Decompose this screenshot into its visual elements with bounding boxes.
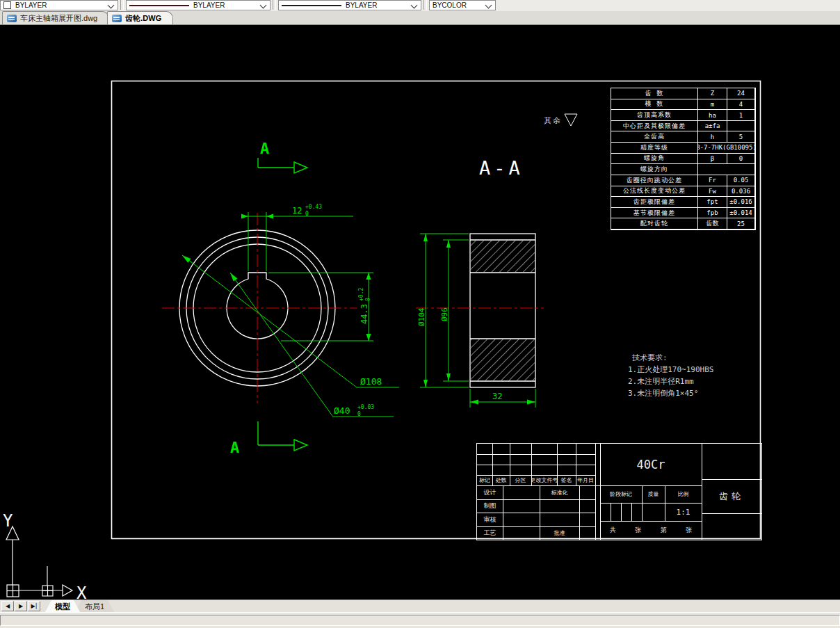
dim-bore-tol-up: +0.03 bbox=[357, 404, 374, 410]
dim-hub-diameter: Ø108 bbox=[360, 376, 382, 387]
grid-line bbox=[621, 503, 622, 521]
model-tab[interactable]: 模型 bbox=[45, 600, 80, 612]
front-view-centerlines bbox=[162, 213, 357, 403]
tech-req-item: 1.正火处理170~190HBS bbox=[628, 364, 713, 376]
lineweight-combo-value: BYLAYER bbox=[346, 1, 377, 9]
lineweight-preview-icon bbox=[282, 5, 341, 6]
param-value: 24 bbox=[727, 88, 755, 99]
chevron-down-icon[interactable] bbox=[260, 2, 267, 9]
color-combo[interactable]: BYLAYER bbox=[0, 0, 118, 10]
tab-nav-next-button[interactable]: ▶ bbox=[15, 601, 27, 611]
dim-keyway-width-tol-up: +0.43 bbox=[305, 204, 322, 210]
section-view-title: A-A bbox=[479, 157, 524, 179]
tech-req-item: 3.未注明倒角1×45° bbox=[628, 387, 713, 399]
file-tab-gear-drawing[interactable]: 齿轮.DWG bbox=[107, 11, 173, 24]
grid-line bbox=[595, 444, 596, 540]
lineweight-combo[interactable]: BYLAYER bbox=[278, 0, 421, 10]
stage-label: 阶段标记 bbox=[600, 485, 642, 503]
toolbar-separator bbox=[120, 0, 124, 10]
rev-header: 分区 bbox=[510, 475, 531, 485]
chevron-down-icon[interactable] bbox=[411, 2, 418, 9]
quality-label: 质量 bbox=[642, 485, 665, 503]
surface-roughness-icon bbox=[565, 114, 577, 126]
param-symbol: a±fa bbox=[698, 121, 727, 132]
linetype-combo[interactable]: BYLAYER bbox=[126, 0, 270, 10]
grid-line bbox=[702, 513, 761, 514]
front-view-dimension-text: 12 +0.43 0 44.3 +0.2 0 Ø108 Ø40 +0.03 0 bbox=[292, 204, 382, 417]
ucs-x-label: X bbox=[76, 583, 87, 599]
dim-root-diameter: Ø96 bbox=[440, 307, 449, 321]
rev-header: 标记 bbox=[477, 475, 492, 485]
drawing-canvas[interactable]: 12 +0.43 0 44.3 +0.2 0 Ø108 Ø40 +0.03 0 … bbox=[0, 25, 840, 599]
param-name: 齿圈径向跳动公差 bbox=[611, 175, 698, 186]
param-name: 螺旋方向 bbox=[611, 164, 698, 175]
param-symbol: Z bbox=[698, 88, 727, 99]
part-name: 齿轮 bbox=[702, 479, 761, 513]
param-name: 齿顶高系数 bbox=[611, 110, 698, 121]
param-value bbox=[727, 121, 755, 132]
param-symbol: Fr bbox=[698, 175, 727, 186]
param-symbol: m bbox=[698, 99, 727, 111]
properties-toolbar: BYLAYER BYLAYER BYLAYER BYCOLOR bbox=[0, 0, 840, 11]
sheet-label: 第 bbox=[661, 526, 667, 535]
param-symbol: fpb bbox=[698, 208, 727, 219]
param-name: 齿 数 bbox=[611, 88, 698, 99]
ucs-icon: Y X bbox=[3, 511, 87, 599]
param-name: 配对齿轮 bbox=[611, 218, 698, 230]
title-block: 标记 处数 分区 更改文件号 签名 年月日 设计 制图 审核 工艺 标准化 批准… bbox=[476, 443, 762, 540]
param-name: 中心距及其极限偏差 bbox=[611, 121, 698, 132]
material-label: 40Cr bbox=[600, 444, 702, 485]
param-name: 精度等级 bbox=[611, 143, 698, 154]
param-name: 齿距极限偏差 bbox=[611, 197, 698, 208]
dwg-file-icon bbox=[7, 15, 17, 22]
plotstyle-combo-value: BYCOLOR bbox=[433, 1, 467, 9]
approve-label: 批准 bbox=[540, 526, 579, 540]
chevron-down-icon[interactable] bbox=[485, 2, 492, 9]
hatch-lower bbox=[471, 339, 535, 380]
sheet-label: 张 bbox=[686, 526, 692, 535]
param-name: 公法线长度变动公差 bbox=[611, 186, 698, 198]
param-value-merged: 8-7-7HK(GB10095) bbox=[698, 143, 755, 154]
file-tab-bar: 车床主轴箱展开图.dwg 齿轮.DWG bbox=[0, 11, 840, 25]
param-name: 全齿高 bbox=[611, 131, 698, 143]
tech-req-item: 2.未注明半径R1mm bbox=[628, 376, 713, 387]
dim-keyway-depth-tol-up: +0.2 bbox=[358, 288, 364, 301]
model-tab-label: 模型 bbox=[55, 602, 70, 612]
dim-keyway-width: 12 bbox=[292, 206, 302, 216]
param-value: ±0.014 bbox=[727, 208, 755, 219]
param-symbol: β bbox=[698, 154, 727, 165]
param-value: 0 bbox=[727, 154, 755, 165]
technical-requirements: 技术要求: 1.正火处理170~190HBS 2.未注明半径R1mm 3.未注明… bbox=[628, 352, 713, 399]
grid-line bbox=[477, 465, 595, 465]
role-label: 设计 bbox=[477, 485, 503, 499]
grid-line bbox=[631, 503, 632, 521]
layout-tab-bar: ◀ ▶ ▶| 模型 布局1 bbox=[0, 599, 840, 612]
scale-label: 比例 bbox=[665, 485, 702, 503]
nav-last-icon: ▶| bbox=[31, 603, 38, 609]
role-label: 审核 bbox=[477, 513, 503, 526]
file-tab-lathe-drawing[interactable]: 车床主轴箱展开图.dwg bbox=[2, 11, 109, 24]
role-label: 制图 bbox=[477, 499, 503, 513]
tab-nav-last-button[interactable]: ▶| bbox=[28, 601, 40, 611]
chevron-down-icon[interactable] bbox=[108, 2, 115, 9]
role-label: 工艺 bbox=[477, 526, 503, 540]
tech-req-title: 技术要求: bbox=[628, 352, 713, 364]
gear-parameter-table: 齿 数 Z 24 模 数 m 4 齿顶高系数 ha 1 中心距及其极限偏差 a±… bbox=[611, 88, 756, 230]
param-symbol: fpt bbox=[698, 197, 727, 208]
surface-note-label: 其余 bbox=[544, 116, 562, 125]
param-name: 螺旋角 bbox=[611, 154, 698, 165]
param-value-merged bbox=[698, 164, 755, 175]
param-value: 25 bbox=[727, 218, 755, 230]
nav-left-icon: ◀ bbox=[6, 603, 10, 609]
section-mark-a-bottom: A bbox=[230, 439, 239, 456]
color-swatch-icon bbox=[3, 1, 11, 9]
file-tab-label: 齿轮.DWG bbox=[125, 13, 161, 24]
tab-nav-first-button[interactable]: ◀ bbox=[1, 601, 14, 611]
nav-right-icon: ▶ bbox=[19, 603, 23, 609]
plotstyle-combo[interactable]: BYCOLOR bbox=[429, 0, 496, 10]
dwg-file-icon bbox=[112, 15, 122, 22]
hatch-upper bbox=[471, 241, 535, 272]
crosshair-cursor bbox=[42, 566, 53, 596]
layout1-tab[interactable]: 布局1 bbox=[75, 600, 114, 612]
linetype-preview-icon bbox=[129, 5, 189, 6]
